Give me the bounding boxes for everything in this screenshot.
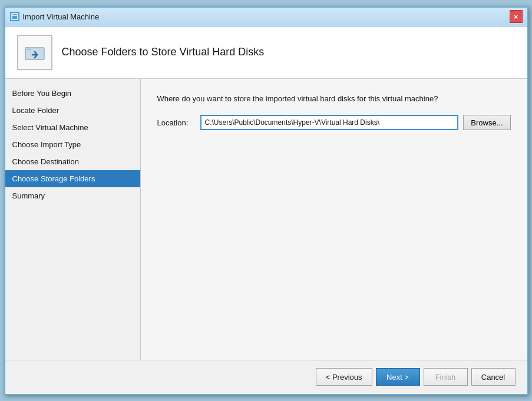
sidebar-item-choose-storage-folders[interactable]: Choose Storage Folders bbox=[5, 170, 140, 187]
sidebar-item-choose-import-type[interactable]: Choose Import Type bbox=[5, 136, 140, 153]
folder-arrow-icon bbox=[24, 42, 45, 63]
dialog-body: Before You Begin Locate Folder Select Vi… bbox=[5, 79, 527, 360]
sidebar-item-locate-folder[interactable]: Locate Folder bbox=[5, 102, 140, 119]
header-icon-box bbox=[17, 35, 52, 70]
next-button[interactable]: Next > bbox=[376, 368, 420, 386]
browse-button[interactable]: Browse... bbox=[463, 115, 510, 130]
dialog-footer: < Previous Next > Finish Cancel bbox=[5, 360, 527, 394]
import-virtual-machine-dialog: Import Virtual Machine × Choose Folders … bbox=[4, 6, 528, 395]
sidebar-item-select-virtual-machine[interactable]: Select Virtual Machine bbox=[5, 119, 140, 136]
page-title: Choose Folders to Store Virtual Hard Dis… bbox=[62, 46, 265, 58]
main-description: Where do you want to store the imported … bbox=[157, 93, 511, 105]
sidebar-item-choose-destination[interactable]: Choose Destination bbox=[5, 153, 140, 170]
sidebar-item-summary[interactable]: Summary bbox=[5, 187, 140, 204]
sidebar-item-before-you-begin[interactable]: Before You Begin bbox=[5, 85, 140, 102]
dialog-icon bbox=[10, 12, 19, 21]
title-bar: Import Virtual Machine × bbox=[5, 8, 527, 26]
title-bar-left: Import Virtual Machine bbox=[10, 12, 100, 21]
cancel-button[interactable]: Cancel bbox=[471, 368, 516, 386]
dialog-title: Import Virtual Machine bbox=[23, 12, 100, 21]
location-label: Location: bbox=[157, 118, 196, 127]
dialog-header: Choose Folders to Store Virtual Hard Dis… bbox=[5, 26, 527, 79]
location-input[interactable] bbox=[200, 115, 459, 130]
close-button[interactable]: × bbox=[510, 10, 523, 23]
svg-rect-0 bbox=[12, 14, 18, 19]
main-content: Where do you want to store the imported … bbox=[141, 79, 527, 360]
sidebar: Before You Begin Locate Folder Select Vi… bbox=[5, 79, 141, 360]
finish-button[interactable]: Finish bbox=[424, 368, 468, 386]
previous-button[interactable]: < Previous bbox=[316, 368, 372, 386]
location-row: Location: Browse... bbox=[157, 115, 511, 130]
